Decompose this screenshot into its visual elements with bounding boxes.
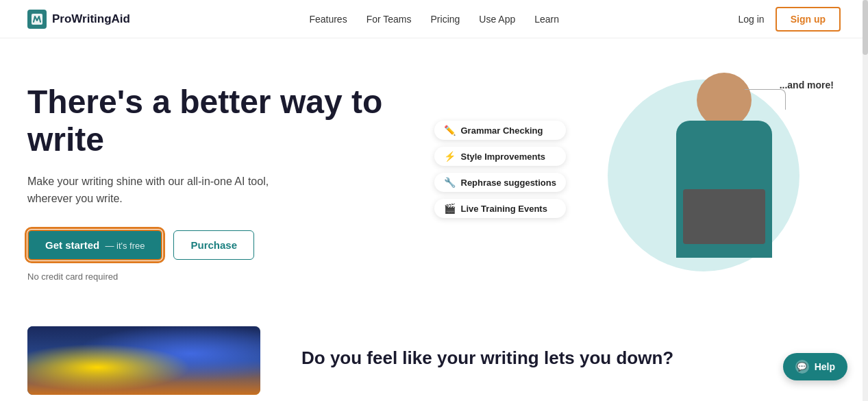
bottom-image-swirl [27,326,260,395]
person-figure [635,66,813,299]
hero-section: There's a better way to write Make your … [0,38,868,313]
hero-person-image [635,66,813,299]
logo-link[interactable]: ProWritingAid [27,10,130,29]
grammar-icon: ✏️ [444,125,456,136]
bottom-heading: Do you feel like your writing lets you d… [301,347,841,370]
nav-use-app[interactable]: Use App [479,14,515,25]
hero-title: There's a better way to write [27,83,407,158]
feature-pill-grammar: ✏️ Grammar Checking [434,121,566,140]
nav-actions: Log in Sign up [739,7,841,32]
and-more-line [745,89,786,110]
feature-pill-training: 🎬 Live Training Events [434,199,566,218]
help-button[interactable]: 💬 Help [783,353,847,380]
scrollbar[interactable] [863,0,868,401]
hero-note: No credit card required [27,271,407,282]
hero-right: ...and more! ✏️ Grammar Checking ⚡ Style… [434,66,841,299]
purchase-button[interactable]: Purchase [173,230,254,260]
bottom-image [27,326,260,395]
logo-icon [27,10,47,29]
feature-pill-style: ⚡ Style Improvements [434,147,566,166]
and-more-label: ...and more! [780,80,834,90]
rephrase-icon: 🔧 [444,177,456,188]
bottom-text: Do you feel like your writing lets you d… [301,326,841,370]
nav-pricing[interactable]: Pricing [431,14,460,25]
nav-links: Features For Teams Pricing Use App Learn [309,13,559,25]
feature-pills: ✏️ Grammar Checking ⚡ Style Improvements… [434,121,566,218]
style-icon: ⚡ [444,151,456,162]
logo-text: ProWritingAid [52,12,130,26]
nav-learn[interactable]: Learn [534,14,559,25]
training-icon: 🎬 [444,203,456,214]
bottom-section: Do you feel like your writing lets you d… [0,313,868,401]
person-head [697,73,752,127]
scrollbar-thumb[interactable] [863,0,868,55]
hero-buttons: Get started — it's free Purchase [27,230,407,260]
nav-for-teams[interactable]: For Teams [367,14,412,25]
hero-subtitle: Make your writing shine with our all-in-… [27,173,288,208]
nav-features[interactable]: Features [309,14,347,25]
hero-left: There's a better way to write Make your … [27,83,434,282]
navbar: ProWritingAid Features For Teams Pricing… [0,0,868,38]
feature-pill-rephrase: 🔧 Rephrase suggestions [434,173,566,192]
login-link[interactable]: Log in [739,14,765,25]
signup-button[interactable]: Sign up [776,7,841,32]
chat-icon: 💬 [795,360,809,374]
get-started-button[interactable]: Get started — it's free [27,230,162,260]
person-laptop [683,189,765,244]
